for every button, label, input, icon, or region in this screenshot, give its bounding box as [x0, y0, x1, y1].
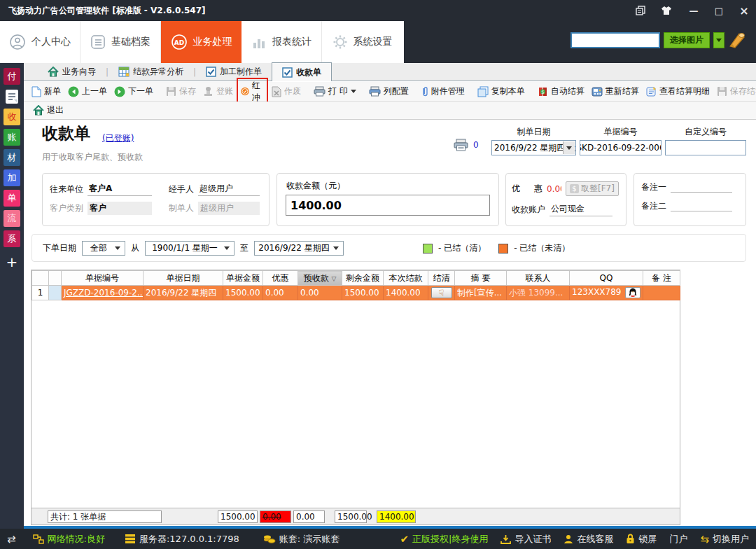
col-advance-sorted[interactable]: 预收款 ▽	[298, 271, 342, 286]
attachments-button[interactable]: 附件管理	[418, 83, 468, 99]
nav-report-statistics[interactable]: 报表统计	[241, 21, 322, 63]
license-status: ✔ 正版授权|终身使用	[400, 533, 488, 545]
close-button[interactable]: ×	[736, 4, 752, 18]
col-rownum[interactable]	[32, 271, 49, 286]
portal-button[interactable]: 门户	[669, 533, 687, 545]
col-doc-date[interactable]: 单据日期	[144, 271, 223, 286]
doc-no-link[interactable]: JGZZD-2016-09-2...	[64, 288, 144, 298]
next-doc-button[interactable]: 下一单	[111, 83, 157, 99]
discount-value[interactable]: 0.00	[547, 184, 561, 194]
round-button[interactable]: $ 取整[F7]	[566, 181, 619, 196]
col-discount[interactable]: 优惠	[263, 271, 298, 286]
sidebar-item-process[interactable]: 加	[4, 169, 20, 186]
col-remaining[interactable]: 剩余金额	[342, 271, 384, 286]
prev-doc-button[interactable]: 上一单	[64, 83, 111, 99]
server-status: 服务器:127.0.0.1:7798	[125, 533, 239, 545]
legend-settled-clear-label: - 已结（清）	[438, 242, 486, 254]
print-button[interactable]: 打 印	[310, 83, 360, 99]
import-cert-button[interactable]: 导入证书	[500, 533, 551, 545]
resettle-button[interactable]: 重新结算	[588, 83, 643, 99]
sidebar-item-pay[interactable]: 付	[4, 68, 20, 85]
exit-button[interactable]: 退出	[29, 102, 67, 118]
save-settle-button[interactable]: 保存结算	[713, 83, 756, 99]
auto-settle-button[interactable]: $ 自动结算	[534, 83, 588, 99]
col-doc-no[interactable]: 单据编号	[62, 271, 144, 286]
tab-settlement-analysis[interactable]: 结款异常分析	[108, 62, 193, 81]
remark2-input[interactable]	[671, 202, 732, 211]
window-title: 飞扬动力广告公司管理软件 [标准版 - V2.6.0.547]	[8, 5, 206, 17]
qq-chat-button[interactable]	[625, 287, 640, 298]
page-subtitle: 用于收取客户尾款、预收款	[42, 151, 143, 163]
horn-icon[interactable]	[728, 31, 746, 49]
new-doc-button[interactable]: 新单	[28, 83, 64, 99]
view-settle-detail-button[interactable]: 查看结算明细	[643, 83, 713, 99]
clear-settle-button[interactable]: ☟	[431, 287, 452, 298]
skin-theme-icon[interactable]	[661, 6, 676, 15]
document-icon	[4, 89, 20, 104]
image-picker: 选择图片	[570, 31, 746, 49]
nav-business-processing[interactable]: AD 业务处理	[161, 21, 241, 63]
copy-window-icon[interactable]	[636, 6, 651, 15]
handler-label: 经手人	[169, 183, 194, 195]
remarks-panel: 备注一 备注二	[634, 173, 746, 226]
status-right-group: ✔ 正版授权|终身使用 导入证书 在线客服 锁屏 门户 ⇆ 切换用户	[400, 533, 749, 545]
col-settle[interactable]: 本次结款	[384, 271, 428, 286]
party-input[interactable]: 客户A	[88, 182, 152, 196]
chevron-down-icon[interactable]	[563, 141, 575, 154]
made-date-select[interactable]: 2016/9/22 星期四 上	[491, 140, 576, 155]
account-input[interactable]: 公司现金	[550, 202, 612, 216]
remark1-input[interactable]	[671, 183, 732, 193]
table-row[interactable]: 1 JGZZD-2016-09-2... 2016/9/22 星期四 1500.…	[32, 286, 680, 300]
handler-input[interactable]: 超级用户	[198, 182, 260, 196]
col-remark[interactable]: 备 注	[643, 271, 680, 286]
nav-personal-center[interactable]: 个人中心	[0, 21, 80, 63]
date-range-select[interactable]: 全部	[82, 241, 125, 256]
sidebar-item-document[interactable]	[4, 88, 20, 105]
custom-no-field[interactable]	[665, 140, 746, 155]
nav-system-settings[interactable]: 系统设置	[322, 21, 402, 63]
minimize-button[interactable]: —	[686, 6, 701, 16]
printer-icon[interactable]	[454, 139, 469, 151]
calculator-icon	[592, 87, 603, 97]
tab-receipt[interactable]: 收款单	[272, 62, 332, 81]
sidebar-item-material[interactable]: 材	[4, 149, 20, 166]
select-image-button[interactable]: 选择图片	[664, 32, 710, 48]
col-summary[interactable]: 摘 要	[455, 271, 507, 286]
row-advance-cell: 0.00	[298, 286, 342, 300]
window-controls: — □ ×	[636, 0, 752, 21]
post-account-button[interactable]: 登账	[200, 83, 237, 99]
copy-doc-button[interactable]: 复制本单	[474, 83, 528, 99]
maximize-button[interactable]: □	[711, 6, 727, 16]
col-doc-amount[interactable]: 单据金额	[223, 271, 263, 286]
sidebar-item-flow[interactable]: 流	[4, 210, 20, 227]
from-date-select[interactable]: 1900/1/1 星期一	[145, 241, 234, 256]
sidebar-add-button[interactable]: +	[6, 253, 18, 270]
col-flag[interactable]	[49, 271, 62, 286]
sync-arrows-icon[interactable]: ⇄	[7, 533, 16, 545]
tab-business-wizard[interactable]: 业务向导	[38, 62, 106, 81]
col-qq[interactable]: QQ	[570, 271, 643, 286]
maker-field: 超级用户	[198, 202, 260, 215]
switch-user-button[interactable]: ⇆ 切换用户	[700, 533, 749, 545]
sidebar-item-order[interactable]: 单	[4, 190, 20, 207]
save-button[interactable]: 保存	[162, 83, 200, 99]
posted-status-link[interactable]: (已登账)	[102, 132, 134, 144]
sidebar-item-account[interactable]: 账	[4, 129, 20, 146]
from-label: 从	[131, 242, 139, 254]
row-contact-cell: 小强 13099...	[507, 286, 570, 300]
sidebar-item-system[interactable]: 系	[4, 230, 20, 247]
online-service-button[interactable]: 在线客服	[564, 533, 613, 545]
column-config-button[interactable]: 列配置	[365, 83, 412, 99]
col-contact[interactable]: 联系人	[507, 271, 570, 286]
select-image-dropdown[interactable]	[713, 32, 724, 48]
col-clear[interactable]: 结清	[428, 271, 455, 286]
to-date-select[interactable]: 2016/9/22 星期四	[254, 241, 344, 256]
home-icon	[33, 105, 44, 116]
amount-input[interactable]: 1400.00	[286, 195, 490, 216]
lock-screen-button[interactable]: 锁屏	[626, 533, 657, 545]
nav-basic-archives[interactable]: 基础档案	[80, 21, 161, 63]
void-button[interactable]: 作废	[268, 83, 304, 99]
image-path-input[interactable]	[570, 32, 660, 48]
sidebar-item-receive[interactable]: 收	[4, 109, 20, 125]
doc-no-field[interactable]: SKD-2016-09-22-006	[580, 140, 662, 155]
